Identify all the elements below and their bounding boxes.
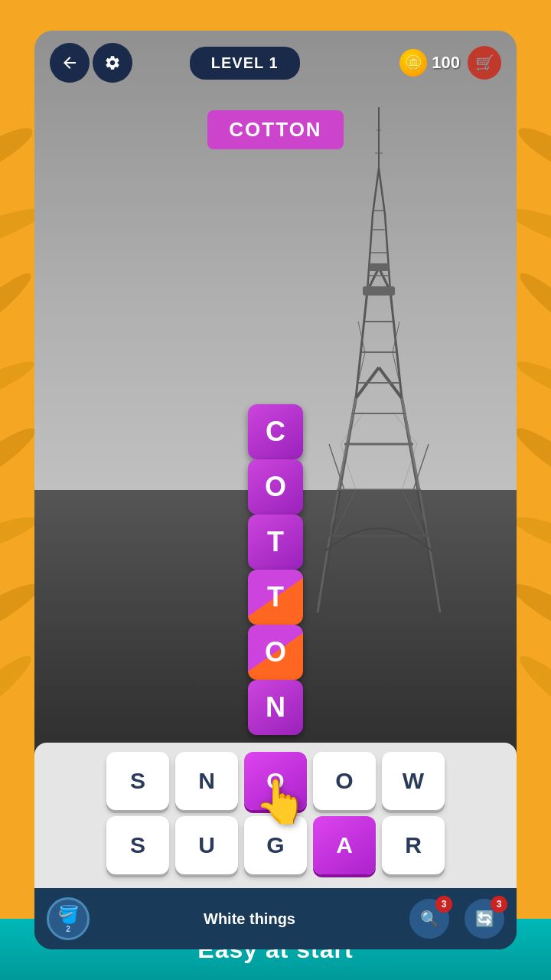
bucket-count: 2 bbox=[66, 925, 70, 933]
svg-point-11 bbox=[514, 355, 551, 410]
svg-point-8 bbox=[514, 120, 551, 186]
level-label: LEVEL 1 bbox=[211, 54, 279, 71]
letter-row-2: S U G A R bbox=[42, 816, 509, 874]
letter-tile-o-selected[interactable]: O bbox=[244, 752, 307, 810]
vertical-tile-t2[interactable]: T bbox=[248, 570, 303, 625]
back-button[interactable] bbox=[50, 43, 90, 83]
word-label-area: COTTON bbox=[34, 110, 517, 149]
svg-point-10 bbox=[514, 266, 551, 345]
svg-point-7 bbox=[0, 648, 37, 729]
coin-icon: 🪙 bbox=[399, 49, 427, 77]
bottom-area: S N O O W S U G A R 👆 bbox=[34, 743, 517, 888]
game-container: LEVEL 1 🪙 100 🛒 COTTON C O T T bbox=[34, 31, 517, 949]
letter-tile-s2[interactable]: S bbox=[106, 816, 169, 874]
letter-row-1: S N O O W bbox=[42, 752, 509, 810]
letter-tile-o2[interactable]: O bbox=[313, 752, 376, 810]
category-label: White things bbox=[99, 910, 400, 928]
coins-area: 🪙 100 🛒 bbox=[399, 46, 501, 80]
letter-tile-a-selected[interactable]: A bbox=[313, 816, 376, 874]
svg-point-13 bbox=[510, 511, 551, 562]
header: LEVEL 1 🪙 100 🛒 bbox=[34, 31, 517, 95]
letter-tile-u[interactable]: U bbox=[175, 816, 238, 874]
vertical-tile-c[interactable]: C bbox=[248, 404, 303, 459]
coin-count: 100 bbox=[432, 53, 460, 73]
game-middle: C O T T O N bbox=[34, 149, 517, 743]
vertical-tile-t1[interactable]: T bbox=[248, 514, 303, 570]
bucket-button[interactable]: 🪣 2 bbox=[47, 897, 90, 940]
bottom-toolbar: 🪣 2 White things 🔍 3 🔄 3 bbox=[34, 888, 517, 949]
hint-badge: 3 bbox=[435, 896, 452, 913]
vertical-tile-o2[interactable]: O bbox=[248, 625, 303, 680]
letter-tile-r[interactable]: R bbox=[382, 816, 445, 874]
vertical-tile-n[interactable]: N bbox=[248, 680, 303, 735]
letter-tile-n[interactable]: N bbox=[175, 752, 238, 810]
svg-point-0 bbox=[0, 120, 37, 186]
vertical-tiles-wrapper: C O T T O N bbox=[248, 404, 303, 735]
svg-point-2 bbox=[0, 266, 37, 345]
svg-point-3 bbox=[0, 355, 37, 410]
hint-button[interactable]: 🔍 3 bbox=[409, 899, 449, 939]
svg-point-15 bbox=[514, 648, 551, 729]
settings-button[interactable] bbox=[93, 43, 132, 83]
letter-tile-s1[interactable]: S bbox=[106, 752, 169, 810]
cart-button[interactable]: 🛒 bbox=[468, 46, 501, 80]
undo-badge: 3 bbox=[491, 896, 507, 913]
letter-tile-w[interactable]: W bbox=[382, 752, 445, 810]
word-tag: COTTON bbox=[207, 110, 343, 149]
letter-tile-g[interactable]: G bbox=[244, 816, 307, 874]
level-badge: LEVEL 1 bbox=[190, 47, 300, 80]
vertical-tile-o1[interactable]: O bbox=[248, 459, 303, 514]
undo-button[interactable]: 🔄 3 bbox=[465, 899, 504, 939]
